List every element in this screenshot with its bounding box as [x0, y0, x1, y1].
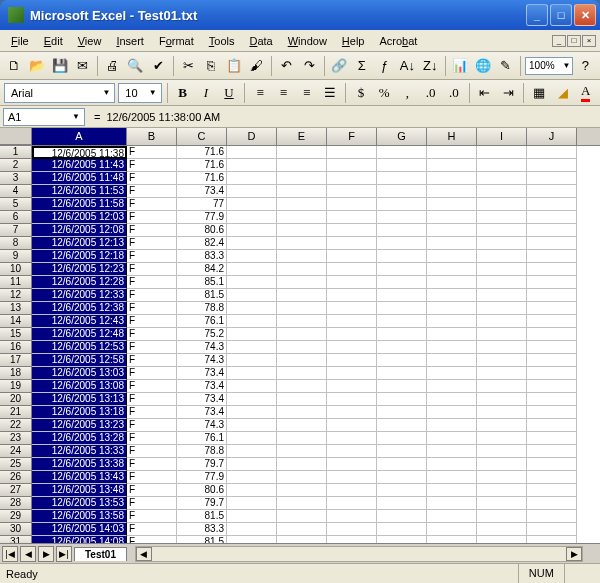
cell[interactable] [477, 458, 527, 471]
cell[interactable]: 12/6/2005 11:43 [32, 159, 127, 172]
cell[interactable] [427, 497, 477, 510]
cell[interactable] [477, 406, 527, 419]
cell[interactable]: 12/6/2005 14:08 [32, 536, 127, 543]
cell[interactable] [477, 419, 527, 432]
increase-indent-icon[interactable]: ⇥ [498, 82, 518, 104]
cell[interactable] [327, 497, 377, 510]
cell[interactable] [477, 211, 527, 224]
cell[interactable] [377, 263, 427, 276]
cell[interactable] [277, 484, 327, 497]
cell[interactable] [527, 354, 577, 367]
cell[interactable] [377, 523, 427, 536]
cell[interactable] [377, 302, 427, 315]
cell[interactable]: 12/6/2005 11:48 [32, 172, 127, 185]
cell[interactable] [427, 289, 477, 302]
cell[interactable] [327, 302, 377, 315]
cell[interactable] [427, 185, 477, 198]
cell[interactable] [377, 406, 427, 419]
doc-minimize-button[interactable]: _ [552, 35, 566, 47]
cell[interactable] [427, 146, 477, 159]
cell[interactable] [277, 185, 327, 198]
row-header[interactable]: 18 [0, 367, 32, 380]
cell[interactable] [527, 315, 577, 328]
cell[interactable] [527, 406, 577, 419]
col-header-I[interactable]: I [477, 128, 527, 145]
cell[interactable] [327, 211, 377, 224]
cell[interactable] [427, 315, 477, 328]
row-header[interactable]: 26 [0, 471, 32, 484]
cell[interactable] [377, 419, 427, 432]
hyperlink-icon[interactable]: 🔗 [329, 55, 350, 77]
cell[interactable] [227, 302, 277, 315]
formula-field[interactable]: 12/6/2005 11:38:00 AM [106, 111, 600, 123]
font-color-icon[interactable]: A [576, 82, 596, 104]
align-center-icon[interactable]: ≡ [273, 82, 293, 104]
menu-tools[interactable]: Tools [202, 33, 242, 49]
cell[interactable]: 12/6/2005 13:03 [32, 367, 127, 380]
cell[interactable] [227, 471, 277, 484]
cell[interactable] [227, 185, 277, 198]
cell[interactable] [527, 419, 577, 432]
cell[interactable]: 81.5 [177, 510, 227, 523]
cell[interactable] [227, 445, 277, 458]
cell[interactable] [327, 354, 377, 367]
cell[interactable] [527, 263, 577, 276]
cell[interactable] [227, 510, 277, 523]
col-header-E[interactable]: E [277, 128, 327, 145]
cell[interactable]: 75.2 [177, 328, 227, 341]
cell[interactable] [477, 367, 527, 380]
percent-icon[interactable]: % [374, 82, 394, 104]
grid-body[interactable]: 112/6/2005 11:38F71.6212/6/2005 11:43F71… [0, 146, 600, 543]
cell[interactable] [277, 341, 327, 354]
cell[interactable] [377, 159, 427, 172]
cell[interactable] [477, 341, 527, 354]
cell[interactable] [427, 224, 477, 237]
cell[interactable]: F [127, 536, 177, 543]
cell[interactable]: F [127, 458, 177, 471]
cell[interactable]: 83.3 [177, 523, 227, 536]
cell[interactable]: 12/6/2005 12:23 [32, 263, 127, 276]
cell[interactable]: F [127, 406, 177, 419]
menu-help[interactable]: Help [335, 33, 372, 49]
cell[interactable]: F [127, 289, 177, 302]
menu-edit[interactable]: Edit [37, 33, 70, 49]
row-header[interactable]: 6 [0, 211, 32, 224]
cell[interactable] [527, 471, 577, 484]
cell[interactable]: F [127, 380, 177, 393]
row-header[interactable]: 19 [0, 380, 32, 393]
cell[interactable]: 71.6 [177, 146, 227, 159]
cell[interactable] [477, 289, 527, 302]
cell[interactable] [527, 341, 577, 354]
row-header[interactable]: 25 [0, 458, 32, 471]
row-header[interactable]: 21 [0, 406, 32, 419]
cell[interactable] [377, 211, 427, 224]
cell[interactable] [477, 263, 527, 276]
cell[interactable] [277, 393, 327, 406]
tab-next-button[interactable]: ▶ [38, 546, 54, 562]
cell[interactable] [227, 393, 277, 406]
cell[interactable]: 77.9 [177, 471, 227, 484]
scroll-left-button[interactable]: ◀ [136, 547, 152, 561]
col-header-A[interactable]: A [32, 128, 127, 145]
menu-view[interactable]: View [71, 33, 109, 49]
cell[interactable] [327, 445, 377, 458]
cell[interactable] [527, 367, 577, 380]
cell[interactable] [377, 146, 427, 159]
cell[interactable] [527, 237, 577, 250]
cell[interactable]: 12/6/2005 12:48 [32, 328, 127, 341]
cell[interactable]: F [127, 432, 177, 445]
cell[interactable] [377, 484, 427, 497]
cell[interactable]: 80.6 [177, 224, 227, 237]
save-icon[interactable]: 💾 [50, 55, 71, 77]
cell[interactable] [427, 510, 477, 523]
row-header[interactable]: 29 [0, 510, 32, 523]
cell[interactable] [477, 328, 527, 341]
sort-asc-icon[interactable]: A↓ [397, 55, 418, 77]
cell[interactable] [527, 523, 577, 536]
cell[interactable] [527, 172, 577, 185]
cell[interactable]: 73.4 [177, 393, 227, 406]
drawing-icon[interactable]: ✎ [495, 55, 516, 77]
cell[interactable]: 79.7 [177, 497, 227, 510]
cell[interactable] [377, 536, 427, 543]
cell[interactable]: 71.6 [177, 172, 227, 185]
